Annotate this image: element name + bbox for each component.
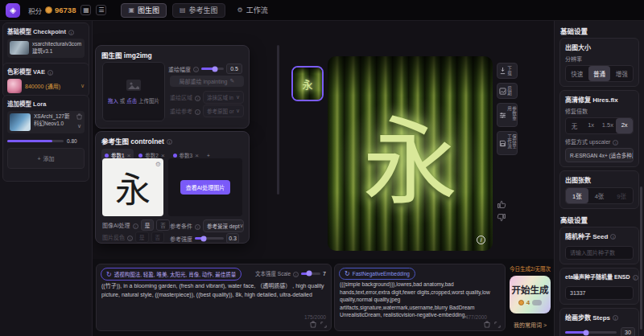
thumbs-up-icon[interactable]: [497, 199, 506, 209]
invert-yes-button[interactable]: 是: [135, 232, 149, 243]
trash-icon[interactable]: [76, 113, 82, 120]
info-icon: [633, 275, 638, 281]
batch-4[interactable]: 4张: [588, 188, 611, 203]
sidebar-body: 基础设置 出图大小 分辨率 快速 普通 增强 高清修复 Hires.fix 修复…: [555, 18, 644, 336]
save-to-workflow-button[interactable]: 保存至工作流: [497, 131, 518, 155]
scale-slider[interactable]: [301, 272, 320, 275]
inpainting-button[interactable]: 局部重绘 inpainting: [170, 76, 244, 87]
checkpoint-card[interactable]: xsarchitecturalv3com建筑v3.1: [7, 39, 85, 58]
vae-selector[interactable]: 840000 (通用): [7, 79, 85, 93]
img2img-title: 图生图 img2img: [101, 50, 243, 59]
img2img-tab-icon: ▣: [128, 6, 134, 14]
denoise-row: 重绘幅度 0.5: [168, 64, 244, 74]
gear-icon[interactable]: [155, 161, 161, 168]
coin-icon: [518, 300, 524, 305]
dot-icon: [138, 154, 142, 158]
result-image[interactable]: 永: [328, 56, 493, 251]
hires-card: 高清修复 Hires.fix 修复倍数 无 1x 1.5x 2x 修复方式 up…: [559, 90, 639, 167]
download-button[interactable]: 下载: [497, 63, 518, 79]
batch-title: 出图张数: [565, 175, 634, 184]
upscaler-dropdown[interactable]: R-ESRGAN 4x+ (适合多种风: [565, 148, 634, 162]
negative-prompt-actions: [484, 321, 501, 328]
mask-ref-label: 重绘参考: [170, 107, 200, 115]
plus-icon: [207, 153, 210, 158]
resolution-enhanced[interactable]: 增强: [610, 66, 633, 81]
lora-card[interactable]: XSArchi_127新科幻Neov1.0: [7, 111, 85, 133]
hires-title: 高清修复 Hires.fix: [565, 95, 634, 104]
refresh-icon: [106, 271, 112, 278]
thumbs-down-icon[interactable]: [497, 213, 506, 223]
trash-icon[interactable]: [310, 321, 316, 328]
hires-1-5x[interactable]: 1.5x: [600, 118, 617, 133]
image-upload-dropzone[interactable]: 拖入 或 点击 上传图片: [102, 62, 165, 121]
tab-workflow[interactable]: ⚙ 工作流: [231, 3, 275, 18]
menu-icon[interactable]: ☰: [96, 5, 106, 15]
ensd-input[interactable]: [565, 286, 634, 300]
steps-slider[interactable]: [565, 331, 617, 334]
post-edit-button[interactable]: 后期: [497, 83, 518, 99]
mask-area-dropdown[interactable]: 涂抹区域 in: [203, 91, 244, 104]
strength-value[interactable]: 0.3: [226, 233, 239, 244]
seed-card: 随机种子 Seed: [559, 227, 639, 264]
image-info-icon[interactable]: [477, 236, 485, 244]
app-logo-icon[interactable]: [6, 3, 20, 18]
positive-prompt-text[interactable]: ((竹子)), in a blooming garden, (fresh and…: [101, 282, 326, 316]
info-icon: [167, 139, 172, 145]
ai-process-label: 图像AI处理: [102, 221, 138, 229]
image-toolbar: 下载 后期 参数重用 保存至工作流: [497, 63, 518, 155]
condition-dropdown[interactable]: 参考景深 dept: [203, 219, 244, 232]
ai-process-no-button[interactable]: 否: [156, 219, 170, 231]
thumbnail-glyph: 永: [302, 76, 312, 92]
img2img-panel: 图生图 img2img 拖入 或 点击 上传图片 重绘幅度 0.5 局部重绘 i…: [95, 45, 250, 129]
expand-icon[interactable]: [320, 322, 327, 328]
grid-view-icon[interactable]: ▦: [80, 5, 91, 15]
canvas-scrollbar[interactable]: [277, 45, 279, 195]
condition-label: 参考条件: [170, 222, 200, 230]
denoise-slider[interactable]: [201, 68, 224, 70]
upload-hint: 拖入 或 点击 上传图片: [108, 96, 159, 104]
hires-none[interactable]: 无: [566, 118, 583, 133]
batch-1[interactable]: 1张: [566, 188, 588, 203]
chevron-down-icon[interactable]: [77, 123, 81, 129]
add-lora-button[interactable]: 添加: [7, 148, 85, 169]
hires-scale-options: 无 1x 1.5x 2x: [565, 117, 634, 134]
expand-icon[interactable]: [494, 322, 501, 328]
hires-2x[interactable]: 2x: [616, 118, 633, 133]
scale-row: 文本强度 Scale 7: [255, 269, 326, 277]
trash-icon[interactable]: [484, 321, 490, 328]
upload-image-icon: [126, 79, 142, 92]
reference-glyph: 永: [115, 162, 151, 213]
pencil-icon: [228, 78, 235, 84]
mask-ref-dropdown[interactable]: 参考原图 or: [203, 104, 244, 117]
vae-title: 色彩模型 VAE: [7, 67, 85, 76]
resolution-normal[interactable]: 普通: [588, 66, 611, 81]
hires-1x[interactable]: 1x: [583, 118, 600, 133]
tab-controlnet[interactable]: ▤ 参考生图: [172, 3, 225, 18]
seed-input[interactable]: [565, 246, 634, 260]
controlnet-reference-image[interactable]: 永: [102, 158, 163, 216]
scale-label: 文本强度 Scale: [255, 269, 299, 277]
invert-no-button[interactable]: 否: [151, 232, 165, 243]
denoise-value[interactable]: 0.5: [226, 64, 242, 74]
vae-panel: 色彩模型 VAE 840000 (通用): [2, 63, 89, 97]
view-ai-image-button[interactable]: 查看AI处理图片: [180, 180, 231, 195]
resolution-options: 快速 普通 增强: [565, 65, 634, 82]
lora-weight-value[interactable]: 0.80: [67, 138, 77, 144]
checkpoint-title: 基础模型 Checkpoint: [7, 27, 85, 35]
steps-value[interactable]: 30: [621, 327, 635, 336]
negative-preset-pill[interactable]: FastNegativeEmbedding: [339, 268, 415, 280]
result-thumbnail[interactable]: 永: [291, 66, 324, 101]
points-value: 96738: [55, 6, 76, 14]
resolution-fast[interactable]: 快速: [566, 66, 588, 81]
reuse-params-button[interactable]: 参数重用: [497, 103, 518, 127]
generate-button[interactable]: 开始生成 4: [510, 276, 551, 313]
tab-img2img[interactable]: ▣ 图生图: [121, 3, 167, 18]
sidebar-scrollbar[interactable]: [640, 186, 642, 330]
lora-weight-slider[interactable]: [7, 140, 64, 142]
batch-9[interactable]: 9张: [610, 188, 633, 203]
ai-process-yes-button[interactable]: 是: [141, 219, 155, 231]
scale-value[interactable]: 7: [323, 271, 326, 277]
positive-preset-pill[interactable]: 透视构图法, 轻盈, 唯美, 太阳光, 肖像, 动作, 最佳质量: [101, 268, 242, 281]
strength-slider[interactable]: [195, 237, 224, 240]
favorite-prompts-link[interactable]: 我的常用词 >: [510, 321, 551, 329]
